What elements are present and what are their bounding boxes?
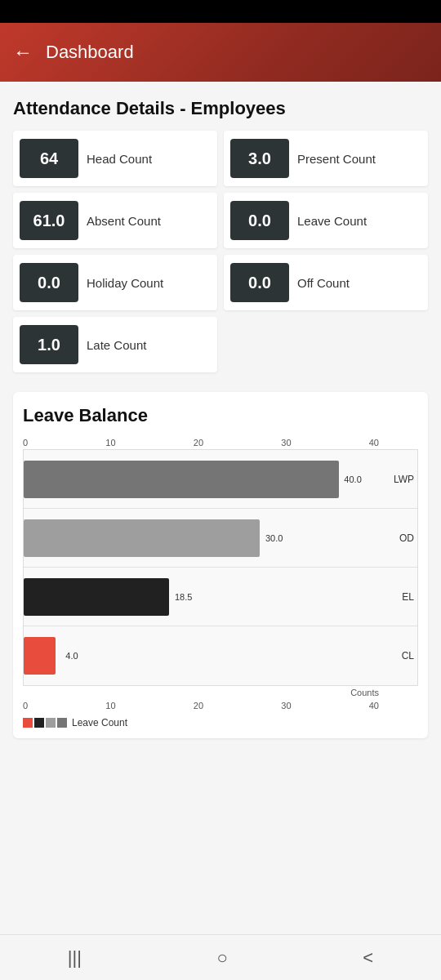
bottom-axis-0: 0: [23, 701, 28, 710]
bar-cl: 4.0: [24, 637, 56, 675]
header-title: Dashboard: [46, 42, 134, 63]
menu-button[interactable]: |||: [48, 941, 101, 975]
legend-icon: [23, 718, 67, 728]
leave-count-label: Leave Count: [297, 214, 367, 228]
main-content: Attendance Details - Employees 64 Head C…: [0, 82, 441, 934]
holiday-count-card: 0.0 Holiday Count: [13, 255, 217, 310]
holiday-count-badge: 0.0: [20, 263, 78, 302]
bar-area-od: 30.0: [24, 509, 378, 567]
header: ← Dashboard: [0, 23, 441, 82]
chart-axis-top: 0 10 20 30 40: [23, 438, 418, 448]
row-label-lwp: LWP: [378, 474, 417, 485]
bar-value-lwp: 40.0: [344, 474, 361, 484]
axis-label-10: 10: [105, 438, 115, 448]
leave-count-badge: 0.0: [230, 201, 289, 240]
late-count-label: Late Count: [87, 338, 146, 352]
bar-area-cl: 4.0: [24, 626, 378, 685]
absent-count-badge: 61.0: [20, 201, 78, 240]
late-count-card: 1.0 Late Count: [13, 317, 217, 372]
legend-od-color: [46, 718, 56, 728]
absent-count-card: 61.0 Absent Count: [13, 193, 217, 248]
row-label-cl: CL: [378, 650, 417, 662]
present-count-label: Present Count: [297, 152, 376, 166]
bottom-axis-40: 40: [369, 701, 379, 710]
back-button[interactable]: ←: [13, 41, 33, 64]
status-bar: [0, 0, 441, 23]
head-count-badge: 64: [20, 139, 78, 178]
bar-value-od: 30.0: [265, 533, 283, 543]
absent-count-label: Absent Count: [87, 214, 161, 228]
row-label-od: OD: [378, 532, 417, 544]
row-label-el: EL: [378, 591, 417, 603]
chart-row-lwp: 40.0 LWP: [24, 450, 417, 509]
bar-value-cl: 4.0: [65, 651, 78, 661]
attendance-grid: 64 Head Count 3.0 Present Count 61.0 Abs…: [13, 131, 428, 372]
bottom-axis-30: 30: [281, 701, 291, 710]
legend-cl-color: [23, 718, 33, 728]
bar-lwp: 40.0: [24, 461, 339, 498]
chart-axis-bottom: 0 10 20 30 40: [23, 701, 418, 710]
axis-label-20: 20: [194, 438, 203, 448]
bar-el: 18.5: [24, 578, 169, 616]
leave-balance-section: Leave Balance 0 10 20 30 40 40.0: [13, 392, 428, 738]
home-button[interactable]: ○: [198, 941, 247, 975]
present-count-badge: 3.0: [230, 139, 289, 178]
back-nav-button[interactable]: <: [343, 941, 393, 975]
off-count-label: Off Count: [297, 276, 350, 290]
leave-count-card: 0.0 Leave Count: [224, 193, 428, 248]
axis-label-30: 30: [281, 438, 291, 448]
legend-label: Leave Count: [72, 717, 127, 728]
chart-body: 40.0 LWP 30.0 OD: [23, 449, 418, 686]
bar-value-el: 18.5: [175, 592, 192, 602]
legend-el-color: [34, 718, 44, 728]
axis-label-40: 40: [369, 438, 379, 448]
chart-row-el: 18.5 EL: [24, 568, 417, 626]
bar-od: 30.0: [24, 519, 260, 557]
present-count-card: 3.0 Present Count: [224, 131, 428, 186]
chart-container: 0 10 20 30 40 40.0 LWP: [23, 438, 418, 728]
bottom-navigation: ||| ○ <: [0, 934, 441, 980]
off-count-badge: 0.0: [230, 263, 289, 302]
x-axis-title: Counts: [350, 688, 379, 697]
holiday-count-label: Holiday Count: [87, 276, 163, 290]
legend-lwp-color: [57, 718, 67, 728]
bar-area-el: 18.5: [24, 568, 378, 626]
bottom-axis-20: 20: [194, 701, 203, 710]
bar-area-lwp: 40.0: [24, 450, 378, 508]
leave-balance-title: Leave Balance: [23, 405, 418, 426]
axis-label-0: 0: [23, 438, 28, 448]
late-count-badge: 1.0: [20, 325, 78, 364]
off-count-card: 0.0 Off Count: [224, 255, 428, 310]
head-count-card: 64 Head Count: [13, 131, 217, 186]
chart-row-cl: 4.0 CL: [24, 626, 417, 685]
bottom-axis-10: 10: [105, 701, 115, 710]
chart-legend: Leave Count: [23, 717, 418, 728]
head-count-label: Head Count: [87, 152, 152, 166]
chart-row-od: 30.0 OD: [24, 509, 417, 568]
attendance-section-title: Attendance Details - Employees: [13, 98, 428, 119]
